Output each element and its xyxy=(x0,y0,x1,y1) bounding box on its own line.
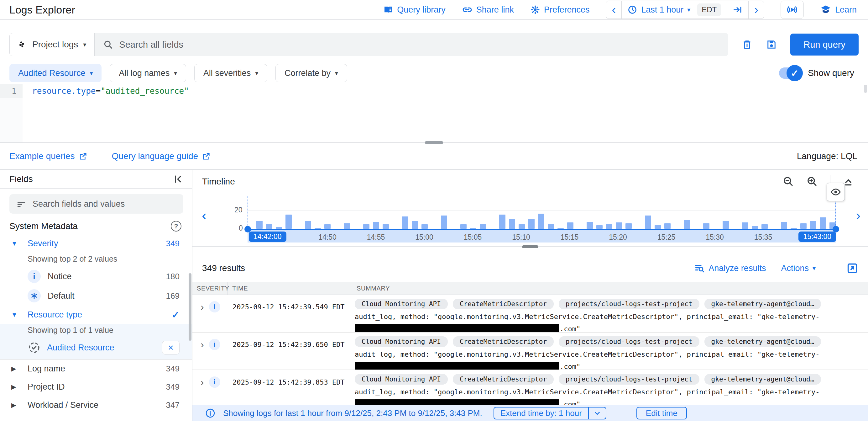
extend-time-button: Extend time by: 1 hour xyxy=(494,407,606,419)
summary-chip[interactable]: Cloud Monitoring API xyxy=(355,299,448,309)
histogram-bar xyxy=(528,219,535,229)
run-query-button[interactable]: Run query xyxy=(790,34,859,56)
selection-start-pill[interactable]: 14:42:00 xyxy=(249,231,286,242)
correlate-by-chip[interactable]: Correlate by ▾ xyxy=(275,64,347,82)
show-query-toggle[interactable]: ✓ xyxy=(779,67,800,79)
query-language-guide-link[interactable]: Query language guide xyxy=(112,151,211,161)
summary-chip[interactable]: gke-telemetry-agent@cloud… xyxy=(705,299,821,309)
histogram-bar xyxy=(548,224,554,229)
query-library-button[interactable]: Query library xyxy=(383,5,445,15)
query-code-line[interactable]: resource.type="audited_resource" xyxy=(32,84,189,98)
chevron-down-icon: ▾ xyxy=(83,41,86,48)
histogram-bar xyxy=(762,224,768,229)
severity-value-default[interactable]: Default 169 xyxy=(0,286,192,306)
x-axis-label: 15:10 xyxy=(512,233,530,242)
severities-filter-chip[interactable]: All severities ▾ xyxy=(194,64,267,82)
timeline-scroll-right[interactable]: › xyxy=(856,207,861,224)
extend-time-main[interactable]: Extend time by: 1 hour xyxy=(494,408,588,419)
chevron-down-icon: ▾ xyxy=(255,69,258,77)
resource-filter-chip[interactable]: Audited Resource ▾ xyxy=(9,64,101,82)
summary-chip[interactable]: Cloud Monitoring API xyxy=(355,336,448,347)
histogram-bar xyxy=(285,215,292,229)
actions-dropdown[interactable]: Actions ▾ xyxy=(781,263,816,273)
severity-cell: ›i xyxy=(192,333,228,369)
field-log-name[interactable]: ▶Log name349 xyxy=(0,360,192,378)
streaming-button[interactable] xyxy=(781,1,804,19)
selection-start-handle[interactable] xyxy=(244,226,251,232)
preferences-button[interactable]: Preferences xyxy=(530,5,590,15)
zoom-out-icon[interactable] xyxy=(782,176,794,188)
time-back-button[interactable]: ‹ xyxy=(606,1,622,19)
learn-button[interactable]: Learn xyxy=(820,4,857,16)
severity-value-notice[interactable]: i Notice 180 xyxy=(0,266,192,286)
save-query-button[interactable] xyxy=(766,39,777,50)
zoom-in-icon[interactable] xyxy=(806,176,818,188)
timeline-chart[interactable]: 20 0 xyxy=(248,196,836,229)
resource-value-audited[interactable]: Audited Resource × xyxy=(0,338,192,357)
log-names-filter-chip[interactable]: All log names ▾ xyxy=(110,64,186,82)
query-editor[interactable]: 1 resource.type="audited_resource" xyxy=(0,84,868,143)
summary-chip[interactable]: CreateMetricDescriptor xyxy=(453,299,554,309)
jump-to-now-button[interactable] xyxy=(727,1,749,19)
filter-icon xyxy=(16,199,26,209)
links-row: Example queries Query language guide Lan… xyxy=(0,143,868,169)
x-axis-label: 15:30 xyxy=(706,233,724,242)
results-table-header: SEVERITY TIME SUMMARY xyxy=(192,282,868,295)
timeline-resize-handle[interactable] xyxy=(522,245,538,248)
extend-time-dropdown[interactable] xyxy=(589,408,606,419)
time-range-control: ‹ Last 1 hour ▾ EDT › xyxy=(606,1,764,19)
example-queries-link[interactable]: Example queries xyxy=(9,151,87,161)
summary-chip[interactable]: projects/cloud-logs-test-project xyxy=(559,336,700,347)
field-severity[interactable]: ▼ Severity 349 xyxy=(0,234,192,253)
timezone-badge[interactable]: EDT xyxy=(697,3,721,16)
histogram-bar xyxy=(373,222,379,229)
time-range-picker[interactable]: Last 1 hour ▾ EDT xyxy=(622,1,727,19)
editor-scrollbar[interactable] xyxy=(864,85,867,93)
search-all-fields[interactable] xyxy=(95,33,728,56)
field-resource-type[interactable]: ▼ Resource type ✓ xyxy=(0,306,192,324)
summary-chip[interactable]: CreateMetricDescriptor xyxy=(453,336,554,347)
share-link-button[interactable]: Share link xyxy=(462,4,514,15)
summary-cell: Cloud Monitoring APICreateMetricDescript… xyxy=(352,295,868,332)
remove-filter-button[interactable]: × xyxy=(162,341,180,355)
selection-end-pill[interactable]: 15:43:00 xyxy=(799,231,836,242)
preview-logs-button[interactable] xyxy=(827,183,845,201)
time-forward-button[interactable]: › xyxy=(749,1,764,19)
timeline-selection-band[interactable]: 14:42:00 15:43:00 14:5014:5515:0015:0515… xyxy=(248,229,836,243)
analyze-results-button[interactable]: Analyze results xyxy=(694,263,766,274)
summary-chip[interactable]: gke-telemetry-agent@cloud… xyxy=(705,374,821,385)
column-header-summary[interactable]: SUMMARY xyxy=(352,282,868,294)
help-icon[interactable]: ? xyxy=(171,221,181,231)
summary-chip[interactable]: gke-telemetry-agent@cloud… xyxy=(705,336,821,347)
default-count: 169 xyxy=(166,291,180,301)
fields-search-input[interactable] xyxy=(33,199,177,209)
expand-row-icon[interactable]: › xyxy=(200,339,204,350)
expand-results-icon[interactable] xyxy=(846,262,859,275)
summary-chip[interactable]: projects/cloud-logs-test-project xyxy=(559,374,700,385)
search-input[interactable] xyxy=(119,39,720,50)
selection-end-handle[interactable] xyxy=(833,226,839,232)
summary-chip[interactable]: projects/cloud-logs-test-project xyxy=(559,299,700,309)
table-row[interactable]: ›i2025-09-12 15:42:39.853 EDTCloud Monit… xyxy=(192,370,868,408)
fields-search-box[interactable] xyxy=(9,194,183,214)
expand-row-icon[interactable]: › xyxy=(200,376,204,388)
clear-query-button[interactable] xyxy=(741,39,753,50)
field-workload-service[interactable]: ▶Workload / Service347 xyxy=(0,396,192,414)
collapse-panel-icon[interactable] xyxy=(173,174,183,185)
summary-chip[interactable]: Cloud Monitoring API xyxy=(355,374,448,385)
editor-resize-handle[interactable] xyxy=(425,141,443,144)
column-header-severity[interactable]: SEVERITY xyxy=(192,282,228,294)
summary-chip[interactable]: CreateMetricDescriptor xyxy=(453,374,554,385)
fields-panel-title: Fields xyxy=(9,174,33,184)
scope-selector[interactable]: Project logs ▾ xyxy=(9,33,95,56)
table-row[interactable]: ›i2025-09-12 15:42:39.549 EDTCloud Monit… xyxy=(192,295,868,333)
logs-explorer-app: Logs Explorer Query library Share link P… xyxy=(0,0,868,421)
timeline-scroll-left[interactable]: ‹ xyxy=(202,207,207,224)
fields-collapsed-list: ▶Log name349▶Project ID349▶Workload / Se… xyxy=(0,360,192,414)
column-header-time[interactable]: TIME xyxy=(228,282,352,294)
field-project-id[interactable]: ▶Project ID349 xyxy=(0,378,192,396)
expand-row-icon[interactable]: › xyxy=(200,301,204,312)
table-row[interactable]: ›i2025-09-12 15:42:39.650 EDTCloud Monit… xyxy=(192,333,868,370)
edit-time-button[interactable]: Edit time xyxy=(637,407,687,419)
fields-scrollbar[interactable] xyxy=(189,273,191,341)
